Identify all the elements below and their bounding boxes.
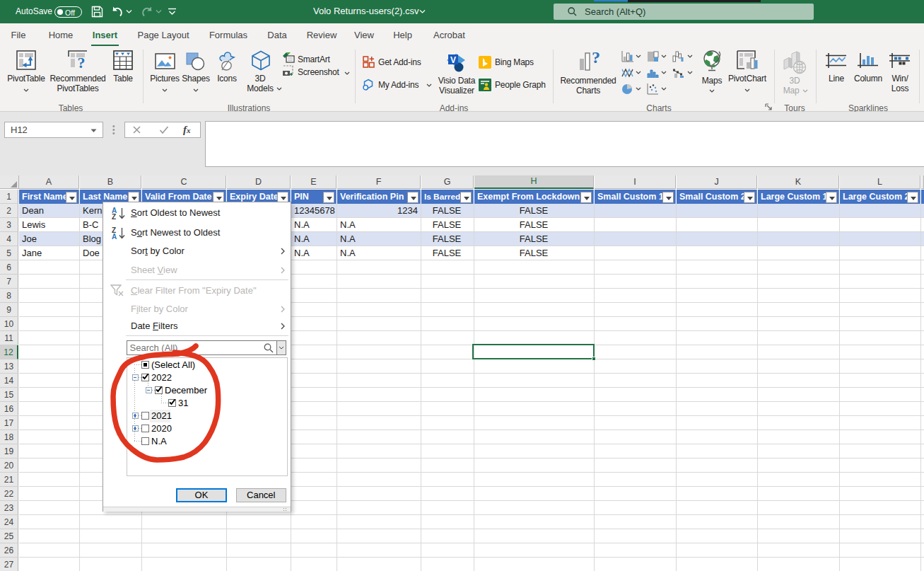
svg-text:V: V	[450, 55, 456, 65]
svg-text:?: ?	[592, 50, 600, 67]
svg-text:?: ?	[78, 54, 86, 70]
